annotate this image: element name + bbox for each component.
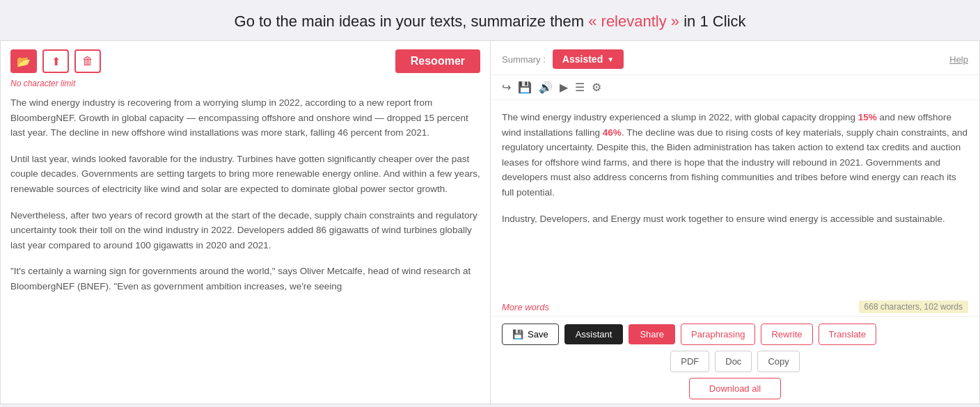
translate-button[interactable]: Translate [819,324,877,345]
right-panel-header: Summary : Assisted ▼ Help [491,41,979,75]
open-folder-button[interactable]: 📂 [10,49,37,73]
share-button[interactable]: Share [629,324,675,344]
left-toolbar-icons: 📂 ⬆ 🗑 [10,49,101,73]
save-file-icon: 💾 [512,329,523,340]
header-text-before: Go to the main ideas in your texts, summ… [235,13,585,30]
action-row-3: Download all [502,378,968,399]
folder-icon: 📂 [17,55,31,68]
share-icon[interactable]: ↪ [502,81,511,94]
download-all-button[interactable]: Download all [689,378,781,399]
rewrite-button[interactable]: Rewrite [761,324,812,345]
help-link[interactable]: Help [949,54,968,65]
save-label: Save [528,329,548,340]
right-toolbar: ↪ 💾 🔊 ▶ ☰ ⚙ [491,75,979,100]
action-row-1: 💾 Save Assistant Share Paraphrasing Rewr… [502,324,968,345]
input-paragraph-1: The wind energy industry is recovering f… [10,95,480,141]
guillemet-close: » [671,13,679,30]
upload-icon: ⬆ [52,55,61,68]
save-button[interactable]: 💾 Save [502,324,559,345]
stat-15: 15% [858,112,877,122]
input-paragraph-2: Until last year, winds looked favorable … [10,152,480,197]
settings-lines-icon[interactable]: ☰ [575,81,585,94]
audio-icon[interactable]: 🔊 [539,81,553,94]
action-row: 💾 Save Assistant Share Paraphrasing Rewr… [491,316,979,404]
left-panel: 📂 ⬆ 🗑 Resoomer No character limit The wi… [0,40,490,404]
upload-button[interactable]: ⬆ [42,49,69,73]
pdf-button[interactable]: PDF [670,351,709,372]
chevron-down-icon: ▼ [607,56,614,63]
summary-paragraph-1: The wind energy industry experienced a s… [502,110,968,200]
right-header-left: Summary : Assisted ▼ [502,49,624,69]
delete-button[interactable]: 🗑 [74,49,101,73]
page-header: Go to the main ideas in your texts, summ… [0,0,980,40]
paraphrasing-button[interactable]: Paraphrasing [681,324,755,345]
save-icon[interactable]: 💾 [518,81,532,94]
doc-button[interactable]: Doc [715,351,752,372]
char-limit-label: No character limit [10,79,480,88]
char-count-badge: 668 characters, 102 words [859,301,968,313]
summary-label: Summary : [502,54,546,65]
header-text-after: in 1 Click [683,13,745,30]
input-paragraph-4: "It's certainly a warning sign for gover… [10,264,480,294]
assisted-dropdown-button[interactable]: Assisted ▼ [553,49,624,69]
action-row-2: PDF Doc Copy [502,351,968,372]
resoomer-button[interactable]: Resoomer [395,49,480,73]
assisted-label: Assisted [562,54,603,65]
more-words-bar: More words 668 characters, 102 words [491,298,979,316]
gear-icon[interactable]: ⚙ [592,81,601,94]
right-panel: Summary : Assisted ▼ Help ↪ 💾 🔊 ▶ ☰ ⚙ Th… [490,40,980,404]
summary-paragraph-2: Industry, Developers, and Energy must wo… [502,212,968,227]
copy-button[interactable]: Copy [757,351,799,372]
play-icon[interactable]: ▶ [560,81,568,94]
input-paragraph-3: Nevertheless, after two years of record … [10,208,480,253]
header-highlight: relevantly [601,13,671,30]
trash-icon: 🗑 [82,55,93,67]
left-toolbar: 📂 ⬆ 🗑 Resoomer [10,49,480,73]
assistant-button[interactable]: Assistant [564,324,624,344]
more-words-link[interactable]: More words [502,302,549,312]
stat-46: 46% [603,127,622,138]
summary-content: The wind energy industry experienced a s… [491,100,979,298]
guillemet-open: « [588,13,596,30]
input-text-area: The wind energy industry is recovering f… [10,95,480,395]
main-layout: 📂 ⬆ 🗑 Resoomer No character limit The wi… [0,40,980,404]
